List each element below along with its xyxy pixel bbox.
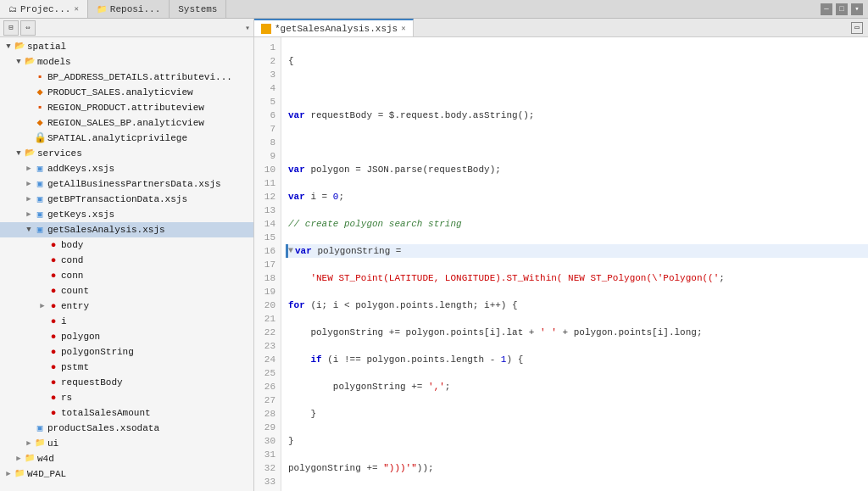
editor-panel: *getSalesAnalysis.xsjs ✕ ▭ 12345 678910 … (254, 19, 868, 491)
editor-tab-file-icon (261, 24, 271, 34)
label-ui: ui (47, 437, 58, 450)
tree-item-entry[interactable]: ▶ ● entry (0, 299, 253, 314)
project-tab-close[interactable]: ✕ (74, 4, 78, 14)
label-entry: entry (61, 299, 89, 313)
left-panel: ⊟ ⇔ ▾ ▼ 📂 spatial ▼ 📂 models (0, 19, 254, 491)
tree-item-requestbody[interactable]: ● requestBody (0, 375, 253, 390)
label-product-sales: PRODUCT_SALES.analyticview (47, 86, 193, 99)
code-line-11: polygonString += polygon.points[i].lat +… (288, 326, 868, 339)
label-getallbp: getAllBusinessPartnersData.xsjs (47, 177, 221, 191)
label-polygonstring: polygonString (61, 345, 134, 359)
main-layout: ⊟ ⇔ ▾ ▼ 📂 spatial ▼ 📂 models (0, 19, 868, 491)
label-region-sales-bp: REGION_SALES_BP.analyticview (47, 116, 204, 130)
tree-item-models[interactable]: ▼ 📂 models (0, 54, 253, 70)
file-icon-bp-address: ▪ (34, 71, 46, 83)
var-icon-cond: ● (47, 254, 59, 266)
tree-item-i[interactable]: ● i (0, 314, 253, 329)
label-spatial-priv: SPATIAL.analyticprivilege (47, 131, 187, 145)
tab-project[interactable]: 🗂 Projec... ✕ (0, 0, 88, 18)
tree-item-totalsalesamount[interactable]: ● totalSalesAmount (0, 405, 253, 421)
tree-item-bp-address[interactable]: ▪ BP_ADDRESS_DETAILS.attributevi... (0, 70, 253, 85)
var-icon-rs: ● (47, 392, 59, 404)
tree-item-pstmt[interactable]: ● pstmt (0, 360, 253, 375)
label-i: i (61, 315, 67, 328)
code-line-5: var polygon = JSON.parse(requestBody); (288, 163, 868, 176)
tree-item-region-sales-bp[interactable]: ◆ REGION_SALES_BP.analyticview (0, 115, 253, 131)
editor-restore-btn[interactable]: ▭ (851, 22, 863, 34)
label-spatial: spatial (27, 40, 66, 53)
file-icon-productsales: ▣ (34, 422, 46, 434)
toggle-spatial[interactable]: ▼ (3, 42, 14, 52)
toggle-models[interactable]: ▼ (14, 57, 24, 67)
tree-item-product-sales[interactable]: ◆ PRODUCT_SALES.analyticview (0, 85, 253, 100)
tree-item-conn[interactable]: ● conn (0, 268, 253, 283)
project-tab-icon: 🗂 (8, 4, 17, 14)
file-icon-getallbp: ▣ (34, 178, 46, 190)
editor-tab-label: *getSalesAnalysis.xsjs (275, 24, 398, 34)
code-line-9: 'NEW ST_Point(LATITUDE, LONGITUDE).ST_Wi… (288, 271, 868, 285)
tree-item-w4d[interactable]: ▶ 📁 w4d (0, 451, 253, 466)
editor-tab-getsalesanalysis[interactable]: *getSalesAnalysis.xsjs ✕ (254, 19, 414, 36)
code-editor[interactable]: { var requestBody = $.request.body.asStr… (281, 37, 868, 491)
folder-icon-w4dpal: 📁 (14, 468, 25, 480)
var-icon-i: ● (47, 315, 59, 327)
file-tree: ▼ 📂 spatial ▼ 📂 models ▪ BP_ADDRESS_DETA… (0, 37, 253, 491)
repos-tab-icon: 📁 (97, 4, 107, 14)
label-conn: conn (61, 269, 83, 282)
file-icon-getkeys: ▣ (34, 209, 46, 220)
minimize-left-btn[interactable]: — (821, 3, 832, 15)
tree-item-w4dpal[interactable]: ▶ 📁 W4D_PAL (0, 466, 253, 482)
tree-item-getallbp[interactable]: ▶ ▣ getAllBusinessPartnersData.xsjs (0, 176, 253, 192)
code-line-8: ▼var polygonString = (286, 244, 868, 258)
tab-systems[interactable]: Systems (170, 0, 226, 18)
tree-item-addkeys[interactable]: ▶ ▣ addKeys.xsjs (0, 161, 253, 176)
label-getbptrans: getBPTransactionData.xsjs (47, 192, 187, 206)
tree-item-getsalesanalysis[interactable]: ▼ ▣ getSalesAnalysis.xsjs (0, 222, 253, 237)
var-icon-pstmt: ● (47, 361, 59, 373)
tree-item-spatial-priv[interactable]: 🔒 SPATIAL.analyticprivilege (0, 131, 253, 146)
tree-item-body[interactable]: ● body (0, 237, 253, 253)
tree-item-count[interactable]: ● count (0, 283, 253, 299)
file-icon-region-product: ▪ (34, 102, 46, 114)
editor-controls: ▭ (846, 22, 868, 34)
panel-dropdown-btn[interactable]: ▾ (245, 23, 250, 33)
code-line-7: // create polygon search string (288, 217, 868, 231)
var-icon-polygonstring: ● (47, 346, 59, 358)
tree-item-cond[interactable]: ● cond (0, 253, 253, 268)
code-line-13: polygonString += ','; (288, 380, 868, 393)
dropdown-left-btn[interactable]: ▾ (851, 3, 863, 15)
label-region-product: REGION_PRODUCT.attributeview (47, 101, 204, 114)
tree-item-rs[interactable]: ● rs (0, 390, 253, 405)
code-line-6: var i = 0; (288, 190, 868, 204)
tree-item-spatial[interactable]: ▼ 📂 spatial (0, 39, 253, 54)
var-icon-totalsalesamount: ● (47, 407, 59, 419)
label-bp-address: BP_ADDRESS_DETAILS.attributevi... (47, 70, 232, 84)
tree-item-polygon[interactable]: ● polygon (0, 329, 253, 344)
tree-item-getkeys[interactable]: ▶ ▣ getKeys.xsjs (0, 207, 253, 222)
restore-left-btn[interactable]: □ (836, 3, 848, 15)
code-area[interactable]: 12345 678910 1112131415 1617181920 21222… (254, 37, 868, 491)
collapse-all-btn[interactable]: ⊟ (3, 20, 19, 36)
toggle-services[interactable]: ▼ (14, 148, 24, 159)
editor-tab-close[interactable]: ✕ (401, 24, 405, 33)
code-line-12: if (i !== polygon.points.length - 1) { (288, 353, 868, 366)
link-editor-btn[interactable]: ⇔ (20, 20, 36, 36)
label-requestbody: requestBody (61, 376, 123, 389)
label-cond: cond (61, 254, 83, 267)
tree-item-ui[interactable]: ▶ 📁 ui (0, 436, 253, 451)
tree-item-productsales[interactable]: ▣ productSales.xsodata (0, 421, 253, 436)
tree-item-region-product[interactable]: ▪ REGION_PRODUCT.attributeview (0, 100, 253, 115)
toggle-getsalesanalysis[interactable]: ▼ (24, 225, 34, 235)
tree-item-services[interactable]: ▼ 📂 services (0, 146, 253, 161)
var-icon-polygon: ● (47, 331, 59, 343)
tree-item-getbptrans[interactable]: ▶ ▣ getBPTransactionData.xsjs (0, 192, 253, 207)
repos-tab-label: Reposi... (110, 4, 160, 14)
code-line-14: } (288, 407, 868, 421)
code-line-1: { (288, 54, 868, 68)
line-numbers: 12345 678910 1112131415 1617181920 21222… (254, 37, 281, 491)
label-count: count (61, 284, 89, 298)
tab-repos[interactable]: 📁 Reposi... (88, 0, 170, 18)
spacer-bp (24, 72, 34, 82)
toggle-entry[interactable]: ▶ (37, 301, 47, 311)
tree-item-polygonstring[interactable]: ● polygonString (0, 344, 253, 360)
